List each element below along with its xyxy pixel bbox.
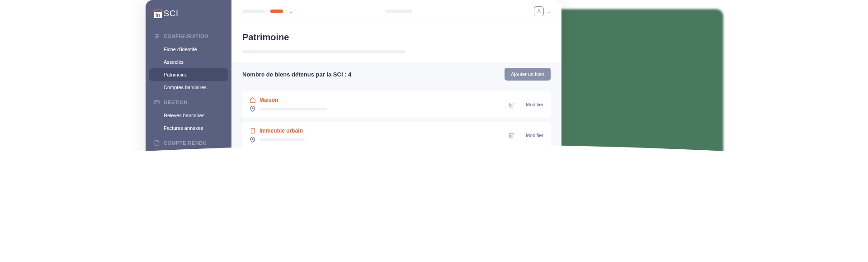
svg-point-9	[252, 108, 253, 109]
page-title: Patrimoine	[242, 32, 551, 43]
skeleton-pill	[385, 10, 412, 13]
sidebar-item-factures-annexes[interactable]: Factures annexes	[146, 122, 231, 134]
skeleton-address	[259, 108, 327, 110]
sidebar-item-patrimoine[interactable]: Patrimoine	[149, 68, 228, 81]
sliders-icon	[154, 33, 160, 39]
location-icon	[250, 106, 256, 112]
property-name: Maison	[259, 97, 278, 103]
card-icon	[154, 99, 160, 105]
nav-header-compte-rendu: COMPTE RENDU	[146, 136, 231, 150]
user-icon	[536, 9, 542, 14]
document-icon	[154, 140, 160, 146]
chevron-down-icon[interactable]: ⌄	[547, 9, 551, 14]
logo-in: In	[154, 12, 162, 18]
sidebar-item-releves-bancaires[interactable]: Relevés bancaires	[146, 109, 231, 122]
modify-button[interactable]: Modifier	[520, 133, 543, 138]
nav-header-configuration: CONFIGURATION	[146, 29, 231, 43]
property-name: Immeuble urbain	[259, 128, 303, 134]
svg-point-8	[538, 10, 540, 11]
active-breadcrumb[interactable]	[270, 10, 283, 13]
nav-header-gestion: GESTION	[146, 95, 231, 109]
location-icon	[250, 137, 256, 143]
sidebar-item-associes[interactable]: Associés	[146, 56, 231, 68]
list-header: Nombre de biens détenus par la SCI : 4 A…	[231, 62, 561, 86]
modify-button[interactable]: Modifier	[520, 102, 543, 107]
skeleton-subtitle	[242, 50, 405, 53]
skeleton-breadcrumb	[242, 10, 265, 13]
house-icon	[250, 97, 256, 103]
svg-point-15	[252, 138, 253, 139]
svg-point-3	[156, 34, 156, 35]
trash-icon[interactable]	[508, 101, 514, 108]
logo-sci: SCI	[164, 9, 179, 19]
add-property-button[interactable]: Ajouter un bien	[505, 68, 551, 81]
topbar: ⌄ ⌄	[231, 0, 561, 23]
property-count: Nombre de biens détenus par la SCI : 4	[242, 71, 351, 78]
user-menu[interactable]	[534, 6, 544, 16]
svg-point-4	[157, 36, 158, 37]
property-card: Maison Modifier	[242, 91, 551, 118]
sidebar-item-fiche-identite[interactable]: Fiche d'identité	[146, 43, 231, 56]
sidebar-item-comptes-bancaires[interactable]: Comptes bancaires	[146, 81, 231, 94]
roof-icon	[153, 10, 162, 12]
trash-icon[interactable]	[508, 132, 514, 138]
svg-point-5	[156, 37, 157, 38]
logo: In SCI	[146, 9, 231, 29]
chevron-down-icon[interactable]: ⌄	[288, 8, 293, 14]
building-icon	[250, 128, 256, 134]
svg-rect-10	[251, 129, 255, 133]
skeleton-address	[259, 138, 305, 141]
svg-rect-6	[155, 101, 160, 104]
